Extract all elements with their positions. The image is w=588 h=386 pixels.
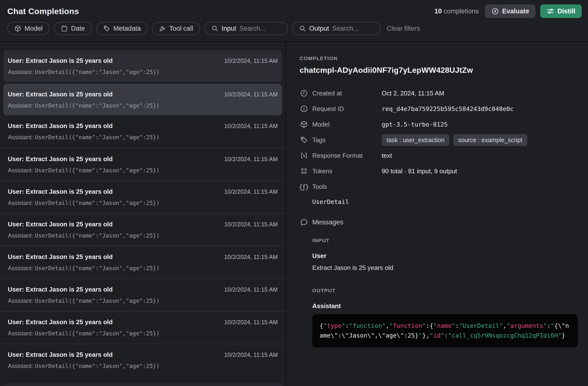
item-assistant-prefix: Assistant: [8, 167, 35, 174]
distill-button-label: Distill [557, 8, 575, 15]
completion-list-item[interactable]: User: Extract Jason is 25 years old 10/2… [3, 84, 282, 115]
next-item-peek [3, 383, 282, 386]
completion-section-label: COMPLETION [300, 56, 577, 61]
filter-date-button[interactable]: Date [54, 22, 92, 35]
item-timestamp: 10/2/2024, 11:15 AM [224, 351, 278, 358]
item-user-text: User: Extract Jason is 25 years old [8, 155, 113, 163]
item-timestamp: 10/2/2024, 11:15 AM [224, 58, 278, 64]
completion-list-item[interactable]: User: Extract Jason is 25 years old 10/2… [0, 148, 285, 181]
input-message-text: Extract Jason is 25 years old [312, 264, 577, 272]
brackets-icon [300, 151, 308, 160]
item-timestamp: 10/2/2024, 11:15 AM [224, 123, 278, 130]
completions-count-number: 10 [435, 8, 442, 15]
item-assistant-call: UserDetail({"name":"Jason","age":25}) [35, 298, 160, 304]
item-user-text: User: Extract Jason is 25 years old [8, 57, 113, 64]
completion-id: chatcmpl-ADyAodii0NF7ig7yLepWW428UJtZw [300, 66, 577, 75]
item-assistant-prefix: Assistant: [8, 102, 35, 109]
item-user-text: User: Extract Jason is 25 years old [8, 253, 113, 261]
item-user-text: User: Extract Jason is 25 years old [8, 286, 113, 293]
item-user-text: User: Extract Jason is 25 years old [8, 91, 113, 98]
box-icon [14, 25, 21, 32]
info-icon [300, 105, 308, 113]
item-assistant-call: UserDetail({"name":"Jason","age":25}) [35, 232, 160, 239]
item-timestamp: 10/2/2024, 11:15 AM [224, 221, 278, 228]
filter-model-button[interactable]: Model [7, 22, 49, 35]
item-assistant-call: UserDetail({"name":"Jason","age":25}) [35, 102, 160, 109]
output-section-label: OUTPUT [312, 288, 577, 293]
completion-list-item[interactable]: User: Extract Jason is 25 years old 10/2… [0, 213, 285, 246]
clear-filters-button[interactable]: Clear filters [387, 25, 420, 32]
completion-list-item[interactable]: User: Extract Jason is 25 years old 10/2… [0, 115, 285, 148]
item-assistant-call: UserDetail({"name":"Jason","age":25}) [35, 200, 160, 206]
filter-model-label: Model [25, 25, 43, 32]
filter-tool-call-button[interactable]: Tool call [152, 22, 200, 35]
detail-row-tools: {ƒ} Tools [300, 179, 577, 194]
detail-rows: Created at Oct 2, 2024, 11:15 AM Request… [300, 85, 577, 205]
item-user-text: User: Extract Jason is 25 years old [8, 351, 113, 359]
output-search-label: Output [309, 25, 329, 32]
page-title: Chat Completions [7, 7, 79, 16]
box-icon [300, 120, 308, 129]
chat-completions-page: Chat Completions 10 completions Evaluate… [0, 0, 588, 386]
search-icon [211, 25, 218, 32]
item-timestamp: 10/2/2024, 11:15 AM [224, 319, 278, 326]
output-role: Assistant [312, 302, 577, 310]
completion-list-item[interactable]: User: Extract Jason is 25 years old 10/2… [0, 344, 285, 376]
item-assistant-prefix: Assistant: [8, 297, 35, 304]
item-assistant-call: UserDetail({"name":"Jason","age":25}) [35, 265, 160, 271]
assistant-tool-call-code[interactable]: {"type":"function","function":{"name":"U… [312, 314, 578, 347]
braces-function-icon: {ƒ} [300, 184, 308, 190]
item-assistant-call: UserDetail({"name":"Jason","age":25}) [35, 69, 160, 75]
evaluate-button-label: Evaluate [502, 8, 529, 15]
item-timestamp: 10/2/2024, 11:15 AM [224, 156, 278, 163]
item-user-text: User: Extract Jason is 25 years old [8, 122, 113, 130]
completion-list-item[interactable]: User: Extract Jason is 25 years old 10/2… [0, 181, 285, 213]
detail-row-tokens: Tokens 90 total · 81 input, 9 output [300, 163, 577, 179]
calendar-icon [61, 25, 68, 32]
filter-metadata-label: Metadata [113, 25, 141, 32]
output-search-filter[interactable]: Output [292, 22, 380, 35]
detail-row-model: Model gpt-3.5-turbo-0125 [300, 116, 577, 132]
completions-count-label: completions [443, 8, 479, 15]
completion-list-item[interactable]: User: Extract Jason is 25 years old 10/2… [0, 278, 285, 311]
clock-icon [300, 89, 308, 97]
item-assistant-prefix: Assistant: [8, 134, 35, 140]
item-assistant-prefix: Assistant: [8, 265, 35, 271]
item-user-text: User: Extract Jason is 25 years old [8, 220, 113, 228]
completion-list-item[interactable]: User: Extract Jason is 25 years old 10/2… [3, 50, 282, 82]
item-timestamp: 10/2/2024, 11:15 AM [224, 254, 278, 260]
item-timestamp: 10/2/2024, 11:15 AM [224, 286, 278, 293]
compass-icon [491, 7, 499, 15]
input-search-label: Input [222, 25, 236, 32]
item-assistant-call: UserDetail({"name":"Jason","age":25}) [35, 330, 160, 337]
item-assistant-call: UserDetail({"name":"Jason","age":25}) [35, 134, 160, 140]
item-timestamp: 10/2/2024, 11:15 AM [224, 91, 278, 98]
input-search-field[interactable] [239, 25, 281, 32]
filter-metadata-button[interactable]: Metadata [96, 22, 148, 35]
filter-date-label: Date [71, 25, 85, 32]
distill-button[interactable]: Distill [540, 4, 582, 18]
messages-title: Messages [312, 218, 343, 226]
item-assistant-prefix: Assistant: [8, 69, 35, 75]
tag-icon [300, 136, 308, 144]
item-assistant-prefix: Assistant: [8, 330, 35, 337]
detail-row-tags: Tags task : user_extraction source : exa… [300, 132, 577, 148]
input-search-filter[interactable]: Input [204, 22, 288, 35]
input-section-label: INPUT [312, 237, 577, 243]
chat-bubble-icon [300, 218, 308, 226]
search-icon [299, 25, 306, 32]
item-assistant-call: UserDetail({"name":"Jason","age":25}) [35, 167, 160, 174]
output-search-field[interactable] [332, 25, 374, 32]
tag-chip: task : user_extraction [382, 134, 449, 146]
filter-tool-call-label: Tool call [169, 25, 193, 32]
item-assistant-call: UserDetail({"name":"Jason","age":25}) [35, 363, 160, 369]
evaluate-button[interactable]: Evaluate [485, 4, 535, 18]
item-user-text: User: Extract Jason is 25 years old [8, 188, 113, 195]
completion-list-item[interactable]: User: Extract Jason is 25 years old 10/2… [0, 311, 285, 344]
header: Chat Completions 10 completions Evaluate… [0, 0, 588, 42]
messages-section: Messages INPUT User Extract Jason is 25 … [300, 218, 577, 347]
item-assistant-prefix: Assistant: [8, 232, 35, 239]
input-role: User [312, 252, 577, 260]
detail-row-response-format: Response Format text [300, 148, 577, 163]
completion-list-item[interactable]: User: Extract Jason is 25 years old 10/2… [0, 246, 285, 278]
